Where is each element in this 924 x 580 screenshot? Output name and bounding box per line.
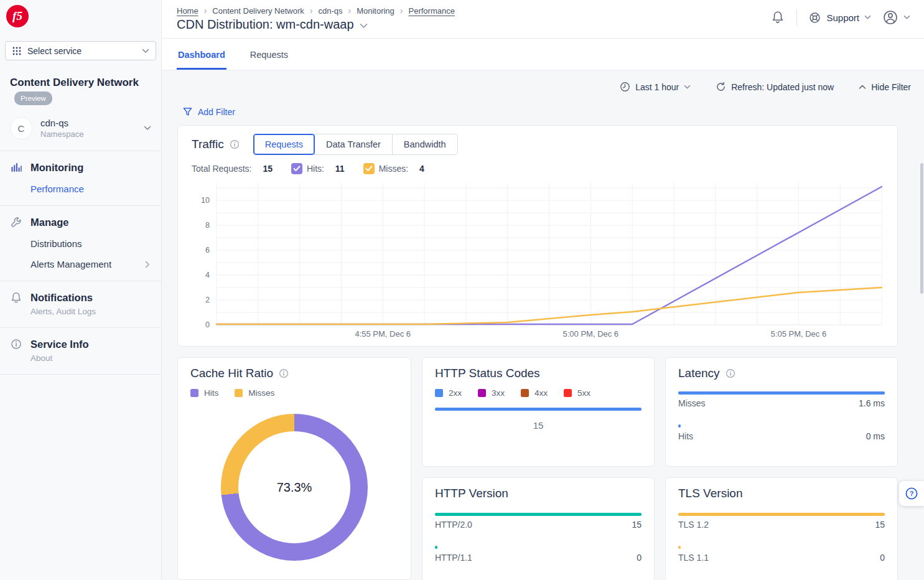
tab-requests[interactable]: Requests	[249, 39, 289, 70]
chevron-down-icon	[864, 15, 871, 20]
chevron-down-icon	[684, 85, 691, 90]
chevron-down-icon[interactable]	[360, 23, 368, 29]
tls11-bar[interactable]	[678, 546, 681, 549]
svg-text:0: 0	[205, 320, 210, 329]
4xx-swatch	[521, 389, 529, 397]
traffic-card: Traffic Requests Data Transfer Bandwidth…	[177, 125, 898, 347]
sidebar-section-monitoring: Monitoring Performance	[0, 151, 161, 206]
sidebar-title-manage: Manage	[30, 217, 68, 228]
cache-hit-ratio-donut[interactable]: 73.3%	[221, 414, 368, 561]
traffic-segmented-control: Requests Data Transfer Bandwidth	[253, 134, 458, 155]
hide-filter-toggle[interactable]: Hide Filter	[859, 82, 911, 92]
add-filter-button[interactable]: Add Filter	[182, 106, 898, 117]
breadcrumb-home[interactable]: Home	[177, 6, 198, 16]
select-service-dropdown[interactable]: Select service	[5, 41, 156, 60]
sidebar-title-notifications: Notifications	[30, 292, 93, 304]
segment-data-transfer[interactable]: Data Transfer	[314, 134, 393, 155]
sidebar-item-performance[interactable]: Performance	[30, 184, 151, 194]
bar-chart-icon	[10, 161, 22, 174]
tls11-value: 0	[880, 553, 885, 563]
support-menu[interactable]: Support	[808, 11, 871, 24]
tls12-label: TLS 1.2	[678, 520, 709, 530]
namespace-avatar: C	[10, 117, 32, 139]
svg-text:5:05 PM, Dec 6: 5:05 PM, Dec 6	[771, 329, 827, 339]
tls12-bar[interactable]	[678, 513, 885, 516]
sidebar-item-alerts-management[interactable]: Alerts Management	[30, 259, 151, 269]
clock-icon	[620, 82, 630, 92]
segment-requests[interactable]: Requests	[253, 134, 315, 155]
help-button[interactable]: ?	[899, 481, 924, 506]
hits-stat: Hits: 11	[291, 163, 345, 174]
tls12-value: 15	[875, 520, 885, 530]
bell-icon	[10, 291, 22, 304]
time-range-dropdown[interactable]: Last 1 hour	[620, 82, 691, 92]
wrench-icon	[10, 216, 22, 228]
cache-hit-ratio-card: Cache Hit Ratio Hits Misses	[177, 357, 411, 580]
latency-misses-label: Misses	[678, 398, 706, 408]
sidebar-section-manage: Manage Distributions Alerts Management	[0, 206, 161, 281]
add-filter-label: Add Filter	[198, 107, 235, 117]
info-icon[interactable]	[726, 368, 735, 378]
http11-bar[interactable]	[435, 546, 437, 549]
status-codes-legend: 2xx 3xx 4xx 5xx	[435, 388, 642, 398]
breadcrumb-separator: ›	[204, 6, 207, 16]
chevron-down-icon	[144, 126, 151, 131]
cache-hit-ratio-value: 73.3%	[277, 480, 312, 495]
sidebar-section-service-info[interactable]: Service Info About	[0, 328, 161, 375]
hits-checkbox[interactable]	[291, 163, 302, 174]
http2-label: HTTP/2.0	[435, 520, 472, 530]
traffic-line-chart[interactable]: 02468104:55 PM, Dec 65:00 PM, Dec 65:05 …	[192, 180, 884, 340]
tab-dashboard[interactable]: Dashboard	[177, 39, 226, 70]
http-status-codes-title: HTTP Status Codes	[435, 367, 642, 380]
breadcrumb-separator: ›	[400, 6, 403, 16]
refresh-button[interactable]: Refresh: Updated just now	[716, 82, 834, 92]
latency-hits-label: Hits	[678, 431, 693, 441]
namespace-name: cdn-qs	[40, 118, 83, 128]
chevron-up-icon	[859, 85, 866, 90]
notifications-bell-icon[interactable]	[770, 10, 785, 25]
breadcrumb-namespace[interactable]: cdn-qs	[318, 6, 342, 16]
support-label: Support	[826, 12, 859, 23]
http2-bar[interactable]	[435, 513, 642, 516]
http11-label: HTTP/1.1	[435, 553, 472, 563]
breadcrumb-performance[interactable]: Performance	[409, 6, 455, 16]
http11-value: 0	[637, 553, 642, 563]
scrollbar-thumb[interactable]	[920, 163, 923, 294]
f5-logo[interactable]: f5	[6, 5, 29, 27]
svg-text:4: 4	[205, 271, 210, 279]
latency-misses-bar[interactable]	[678, 391, 885, 395]
misses-checkbox[interactable]	[363, 163, 375, 174]
breadcrumb-cdn[interactable]: Content Delivery Network	[212, 6, 304, 16]
2xx-swatch	[435, 389, 443, 397]
info-icon[interactable]	[279, 368, 289, 378]
hits-swatch	[190, 389, 198, 397]
3xx-swatch	[478, 389, 486, 397]
svg-text:10: 10	[201, 196, 210, 205]
namespace-selector[interactable]: C cdn-qs Namespace	[0, 112, 161, 151]
content-area: Last 1 hour Refresh: Updated just now Hi…	[162, 70, 924, 580]
sidebar-section-notifications[interactable]: Notifications Alerts, Audit Logs	[0, 281, 161, 328]
refresh-icon	[716, 82, 726, 92]
f5-logo-text: f5	[12, 9, 22, 23]
preview-badge: Preview	[14, 91, 52, 105]
latency-hits-bar[interactable]	[678, 424, 681, 428]
breadcrumb-monitoring[interactable]: Monitoring	[357, 6, 394, 16]
status-2xx-bar[interactable]	[435, 408, 642, 411]
legend-3xx: 3xx	[478, 388, 505, 398]
refresh-label: Refresh: Updated just now	[731, 82, 834, 92]
info-icon[interactable]	[230, 139, 240, 149]
latency-card: Latency Misses 1.6 ms Hits	[665, 357, 898, 467]
funnel-icon	[182, 106, 193, 117]
chevron-down-icon	[903, 15, 910, 20]
account-menu[interactable]	[882, 9, 910, 26]
misses-stat: Misses: 4	[363, 163, 424, 174]
legend-2xx: 2xx	[435, 388, 462, 398]
cards-grid: Cache Hit Ratio Hits Misses	[177, 357, 898, 580]
header-divider	[796, 9, 797, 26]
sidebar-sub-notifications: Alerts, Audit Logs	[30, 307, 151, 316]
svg-text:6: 6	[205, 246, 210, 255]
sidebar-item-distributions[interactable]: Distributions	[30, 238, 151, 249]
filter-toolbar: Last 1 hour Refresh: Updated just now Hi…	[177, 77, 911, 101]
sidebar-title-service-info: Service Info	[30, 339, 89, 350]
segment-bandwidth[interactable]: Bandwidth	[392, 134, 458, 155]
